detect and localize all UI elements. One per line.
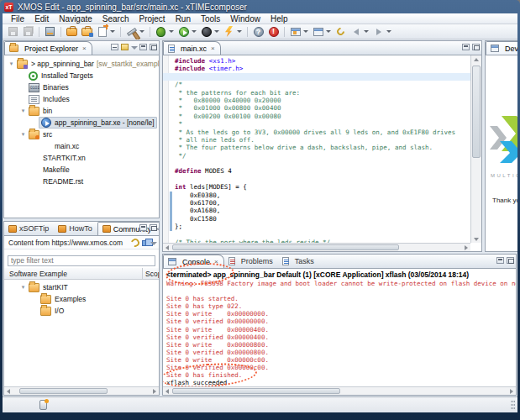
editor-hscrollbar[interactable] <box>163 243 470 251</box>
code-editor[interactable]: #include <xs1.h>#include <timer.h> /* * … <box>163 55 470 243</box>
twisty-icon[interactable]: ▾ <box>19 284 27 291</box>
menu-project[interactable]: Project <box>134 14 171 24</box>
save-all-button[interactable] <box>21 25 35 39</box>
column-header[interactable]: Software Example Scope <box>4 268 159 280</box>
menu-window[interactable]: Window <box>225 14 265 24</box>
debug-perspective-button[interactable] <box>311 25 325 39</box>
tab-develop[interactable]: Develop <box>486 41 517 55</box>
profile-dropdown[interactable] <box>214 30 219 33</box>
twisty-icon[interactable]: ▾ <box>8 60 15 67</box>
tree-item-examples[interactable]: Examples <box>4 293 159 305</box>
sync-icon[interactable] <box>142 240 148 246</box>
minimize-icon[interactable] <box>139 44 147 50</box>
debug-perspective-dropdown[interactable] <box>326 30 331 33</box>
debug-button[interactable] <box>154 25 168 39</box>
back-button[interactable] <box>349 25 363 39</box>
scroll-right-icon[interactable] <box>150 387 159 395</box>
tree-item-installed-targets[interactable]: Installed Targets <box>4 70 159 81</box>
collapse-all-icon[interactable] <box>111 44 118 50</box>
new-wizard-button[interactable] <box>95 25 109 39</box>
tree-item-startkit[interactable]: ▾startKIT <box>4 281 159 293</box>
scroll-left-icon[interactable] <box>4 387 13 395</box>
menu-file[interactable]: File <box>6 14 29 24</box>
tree-item-startkit-xn[interactable]: STARTKIT.xn <box>4 152 159 164</box>
flash-dropdown[interactable] <box>237 30 242 33</box>
menu-navigate[interactable]: Navigate <box>54 14 97 24</box>
menu-run[interactable]: Run <box>171 14 196 24</box>
last-edit-location-button[interactable] <box>334 25 348 39</box>
tab-tasks[interactable]: Tasks <box>278 255 319 268</box>
view-menu-icon[interactable] <box>131 44 137 50</box>
scroll-up-icon[interactable] <box>472 55 481 63</box>
tree-item-bin[interactable]: ▾bin <box>4 105 159 117</box>
new-wizard-dropdown[interactable] <box>110 30 115 33</box>
tree-item-readme-rst[interactable]: README.rst <box>4 176 159 187</box>
import-button[interactable] <box>43 25 57 39</box>
title-bar[interactable]: xT XMOS Edit - app_spinning_bar/src/main… <box>0 0 520 13</box>
open-perspective-button[interactable] <box>288 25 302 39</box>
tree-item-includes[interactable]: Includes <box>4 93 159 105</box>
new-project-button[interactable] <box>65 25 79 39</box>
new-xmos-project-button[interactable] <box>80 25 94 39</box>
debug-dropdown[interactable] <box>169 30 174 33</box>
tree-item-app-spinning-bar[interactable]: ▾> app_spinning_bar[sw_startkit_examples… <box>4 58 159 70</box>
maximize-icon[interactable] <box>150 44 157 50</box>
scroll-down-icon[interactable] <box>472 235 481 243</box>
forward-button[interactable] <box>371 25 386 39</box>
menu-tools[interactable]: Tools <box>196 14 225 24</box>
maximize-icon[interactable] <box>472 44 480 50</box>
community-hscrollbar[interactable] <box>4 386 159 395</box>
menu-search[interactable]: Search <box>97 14 134 24</box>
resize-grip-icon[interactable] <box>511 400 515 410</box>
menu-help[interactable]: Help <box>265 14 293 24</box>
stop-button[interactable]: ! <box>266 25 281 39</box>
scroll-left-icon[interactable] <box>163 244 171 251</box>
forward-dropdown[interactable] <box>386 30 391 33</box>
scroll-right-icon[interactable] <box>507 387 516 395</box>
flash-button[interactable] <box>222 25 236 39</box>
scroll-thumb[interactable] <box>172 244 399 250</box>
minimize-icon[interactable] <box>139 224 147 231</box>
tree-item-src[interactable]: ▾src <box>4 129 159 140</box>
editor-vscrollbar[interactable] <box>470 55 481 243</box>
save-button[interactable] <box>6 25 20 39</box>
filter-input[interactable] <box>8 255 155 266</box>
device-status-icon[interactable] <box>39 400 47 410</box>
close-icon[interactable]: × <box>214 258 218 265</box>
maximize-icon[interactable] <box>150 224 157 231</box>
run-button[interactable] <box>176 25 191 39</box>
scroll-right-icon[interactable] <box>462 244 470 251</box>
tree-item-makefile[interactable]: Makefile <box>4 164 159 176</box>
tab-xsoftip[interactable]: xSOFTip <box>4 222 54 235</box>
menu-edit[interactable]: Edit <box>29 14 54 24</box>
twisty-icon[interactable]: ▾ <box>19 108 27 114</box>
help-button[interactable]: ? <box>251 25 265 39</box>
twisty-icon[interactable]: ▾ <box>19 131 27 138</box>
profile-button[interactable] <box>199 25 213 39</box>
tab-project-explorer[interactable]: Project Explorer × <box>4 41 92 55</box>
scroll-thumb[interactable] <box>472 66 481 158</box>
tab-problems[interactable]: Problems <box>224 255 278 268</box>
link-with-editor-icon[interactable] <box>121 44 129 50</box>
maximize-icon[interactable] <box>507 257 514 264</box>
tree-item-main-xc[interactable]: main.xc <box>4 140 159 152</box>
tab-console[interactable]: Console × <box>163 255 224 268</box>
minimize-icon[interactable] <box>496 257 504 264</box>
tree-item-i-o[interactable]: I/O <box>4 305 159 317</box>
scroll-left-icon[interactable] <box>163 387 171 395</box>
tree-item-binaries[interactable]: Binaries <box>4 81 159 93</box>
close-icon[interactable]: × <box>211 45 215 52</box>
close-icon[interactable]: × <box>82 45 87 52</box>
tree-item-app-spinning-bar-xe-none-le[interactable]: app_spinning_bar.xe - [none/le] <box>4 117 159 129</box>
view-menu-icon[interactable] <box>150 239 156 246</box>
refresh-icon[interactable] <box>129 237 141 249</box>
tab-howto[interactable]: HowTo <box>54 222 97 235</box>
console-hscrollbar[interactable] <box>163 386 516 395</box>
minimize-icon[interactable] <box>462 44 470 50</box>
scroll-thumb[interactable] <box>19 388 108 394</box>
console-output[interactable]: <terminated> app_spinning_bar Default (1… <box>163 269 516 386</box>
scroll-thumb[interactable] <box>172 388 340 394</box>
run-dropdown[interactable] <box>192 30 197 33</box>
back-dropdown[interactable] <box>364 30 369 33</box>
tab-main-xc[interactable]: main.xc × <box>163 41 221 55</box>
